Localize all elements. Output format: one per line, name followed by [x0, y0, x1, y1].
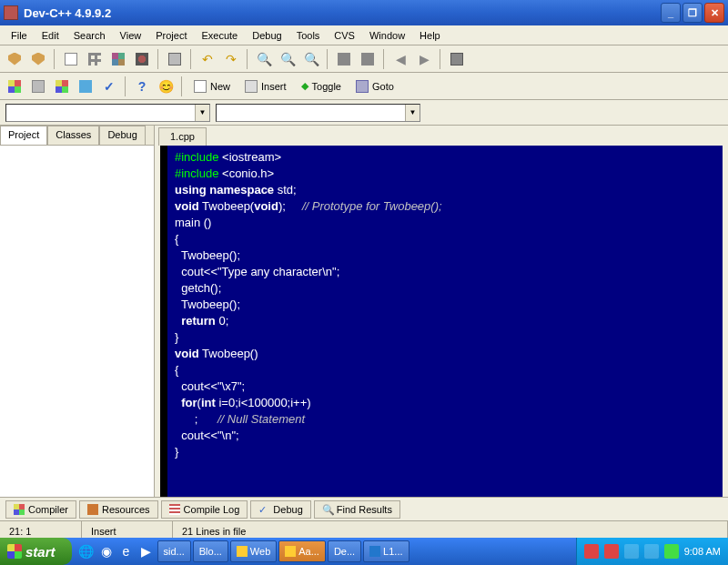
bottom-tabs: Compiler Resources Compile Log ✓Debug 🔍F… [0, 497, 728, 520]
tab-classes[interactable]: Classes [47, 126, 99, 145]
menu-debug[interactable]: Debug [245, 28, 288, 43]
tray-icon[interactable] [604, 544, 619, 559]
tool-new-file-icon[interactable] [60, 48, 82, 70]
menu-bar: File Edit Search View Project Execute De… [0, 25, 728, 45]
tool-copy-shield-icon[interactable] [27, 48, 49, 70]
tray-clock[interactable]: 9:08 AM [684, 546, 721, 557]
goto-button[interactable]: Goto [349, 76, 400, 97]
compiler-icon [14, 504, 25, 515]
tray-icon[interactable] [624, 544, 639, 559]
tool-shield-icon[interactable] [4, 48, 25, 70]
menu-edit[interactable]: Edit [35, 28, 66, 43]
tray-icon[interactable] [584, 544, 599, 559]
tool-replace-icon[interactable]: 🔍 [300, 48, 322, 70]
main-area: Project Classes Debug 1.cpp #include <io… [0, 126, 728, 497]
function-dropdown[interactable]: ▼ [216, 104, 420, 122]
log-icon [169, 504, 180, 515]
code-editor[interactable]: #include <iostream> #include <conio.h> u… [160, 146, 723, 497]
tab-debug[interactable]: Debug [99, 126, 145, 145]
tool-gear-icon[interactable] [131, 48, 153, 70]
menu-view[interactable]: View [113, 28, 149, 43]
tool-find-icon[interactable]: 🔍 [253, 48, 275, 70]
tab-compile-log[interactable]: Compile Log [161, 500, 248, 519]
tool-tiles-icon[interactable] [51, 76, 73, 97]
taskbar-item[interactable]: sid... [157, 540, 191, 562]
toolbar-secondary: ✓ ? 😊 New Insert ◆Toggle Goto [0, 73, 728, 100]
maximize-button[interactable]: ❐ [682, 3, 703, 23]
class-dropdown[interactable]: ▼ [5, 104, 210, 122]
tool-forward-icon[interactable]: ▶ [413, 48, 435, 70]
tray-icon[interactable] [664, 544, 679, 559]
taskbar-item[interactable]: De... [328, 540, 361, 562]
tab-debug-bottom[interactable]: ✓Debug [250, 500, 310, 519]
window-title: Dev-C++ 4.9.9.2 [24, 6, 661, 20]
editor-panel: 1.cpp #include <iostream> #include <coni… [155, 126, 728, 497]
taskbar-item[interactable]: Blo... [193, 540, 228, 562]
quick-launch-icon[interactable]: ▶ [137, 542, 156, 560]
tool-compile-icon[interactable] [333, 48, 355, 70]
tool-run-icon[interactable] [357, 48, 379, 70]
tool-help-icon[interactable]: ? [131, 76, 153, 97]
new-button[interactable]: New [187, 76, 237, 97]
quick-launch-icon[interactable]: e [117, 542, 136, 560]
tool-find-next-icon[interactable]: 🔍 [277, 48, 298, 70]
insert-button[interactable]: Insert [238, 76, 293, 97]
tool-back-icon[interactable]: ◀ [389, 48, 411, 70]
tool-stop-icon[interactable] [446, 48, 468, 70]
tab-find-results[interactable]: 🔍Find Results [314, 500, 400, 519]
minimize-button[interactable]: _ [661, 3, 681, 23]
quick-launch-icon[interactable]: 🌐 [77, 542, 96, 560]
file-tab[interactable]: 1.cpp [158, 127, 207, 146]
system-tray: 9:08 AM [576, 538, 728, 565]
toolbar-main: ↶ ↷ 🔍 🔍 🔍 ◀ ▶ [0, 45, 728, 73]
tool-redo-icon[interactable]: ↷ [220, 48, 242, 70]
find-icon: 🔍 [322, 504, 333, 515]
chevron-down-icon: ▼ [405, 105, 420, 121]
project-tree[interactable] [0, 146, 154, 497]
tray-volume-icon[interactable] [644, 544, 659, 559]
tool-undo-icon[interactable]: ↶ [197, 48, 218, 70]
menu-window[interactable]: Window [362, 28, 412, 43]
windows-logo-icon [7, 544, 22, 559]
windows-taskbar: start 🌐 ◉ e ▶ sid... Blo... Web Aa... De… [0, 538, 728, 565]
menu-file[interactable]: File [4, 28, 35, 43]
tool-check-icon[interactable]: ✓ [98, 76, 120, 97]
close-button[interactable]: ✕ [704, 3, 724, 23]
tool-grid3-icon[interactable] [75, 76, 96, 97]
resources-icon [87, 504, 98, 515]
toggle-button[interactable]: ◆Toggle [295, 76, 348, 97]
tool-print-icon[interactable] [164, 48, 186, 70]
tool-grid2-icon[interactable] [107, 48, 129, 70]
menu-cvs[interactable]: CVS [327, 28, 362, 43]
tab-resources[interactable]: Resources [79, 500, 158, 519]
app-icon [4, 5, 18, 20]
chevron-down-icon: ▼ [195, 105, 209, 121]
tab-compiler[interactable]: Compiler [5, 500, 76, 519]
title-bar: Dev-C++ 4.9.9.2 _ ❐ ✕ [0, 0, 728, 25]
menu-project[interactable]: Project [148, 28, 194, 43]
start-button[interactable]: start [0, 538, 72, 565]
tab-project[interactable]: Project [0, 126, 47, 145]
project-panel: Project Classes Debug [0, 126, 155, 497]
taskbar-item[interactable]: L1... [363, 540, 409, 562]
dropdown-row: ▼ ▼ [0, 100, 728, 126]
tool-grid-icon[interactable] [84, 48, 106, 70]
tool-layout-icon[interactable] [27, 76, 49, 97]
menu-help[interactable]: Help [412, 28, 448, 43]
tool-about-icon[interactable]: 😊 [155, 76, 177, 97]
menu-search[interactable]: Search [66, 28, 113, 43]
quick-launch-icon[interactable]: ◉ [97, 542, 116, 560]
taskbar-item[interactable]: Web [230, 540, 277, 562]
menu-execute[interactable]: Execute [194, 28, 245, 43]
tool-panes-icon[interactable] [4, 76, 25, 97]
debug-check-icon: ✓ [258, 504, 269, 515]
taskbar-item-active[interactable]: Aa... [278, 540, 326, 562]
menu-tools[interactable]: Tools [289, 28, 328, 43]
